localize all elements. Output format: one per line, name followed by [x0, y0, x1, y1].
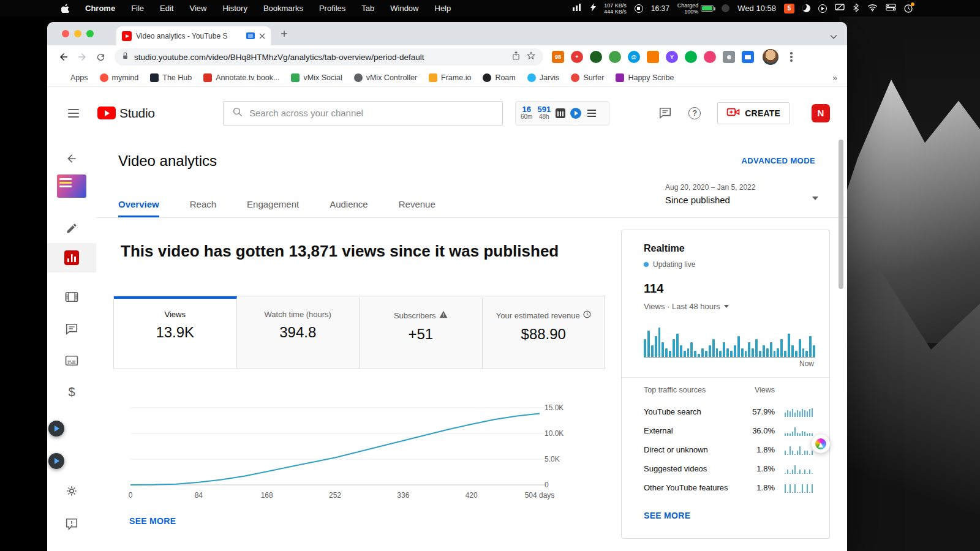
menu-app-name[interactable]: Chrome [85, 4, 115, 13]
istat-menus-icon[interactable] [573, 4, 582, 13]
puzzle-extension-icon[interactable] [723, 51, 735, 63]
bookmark-annotate-tv-book[interactable]: Annotate.tv book... [203, 73, 279, 82]
advanced-mode-link[interactable]: ADVANCED MODE [741, 156, 815, 165]
bookmark-the-hub[interactable]: The Hub [150, 73, 192, 82]
search-input[interactable] [249, 108, 494, 118]
screen-tool-button-2[interactable] [48, 453, 64, 469]
vidiq-stats-widget[interactable]: 16 60m 591 48h [515, 101, 609, 126]
play-status-icon[interactable] [818, 4, 827, 13]
y-tool-extension-icon[interactable]: Y [666, 51, 678, 63]
menu-edit[interactable]: Edit [160, 4, 173, 13]
page-scrollbar[interactable] [839, 140, 843, 289]
date-range-picker[interactable]: Aug 20, 2020 – Jan 5, 2022 Since publish… [665, 183, 822, 205]
see-more-link[interactable]: SEE MORE [129, 516, 176, 526]
close-tab-icon[interactable] [259, 31, 265, 42]
create-button[interactable]: CREATE [717, 102, 790, 124]
bookmark-jarvis[interactable]: Jarvis [527, 73, 560, 82]
realtime-see-more-link[interactable]: SEE MORE [644, 511, 690, 520]
sidebar-item-analytics[interactable] [47, 250, 96, 265]
apple-menu-icon[interactable] [61, 4, 69, 13]
realtime-views-label[interactable]: Views · Last 48 hours [644, 302, 729, 311]
menu-window[interactable]: Window [390, 4, 418, 13]
traffic-source-external[interactable]: External36.0% [644, 421, 814, 440]
sidebar-item-comments[interactable] [47, 323, 96, 336]
tab-search-chevron-icon[interactable] [830, 31, 837, 42]
pink-dot-extension-icon[interactable] [704, 51, 716, 63]
display-mirroring-icon[interactable] [835, 4, 845, 13]
widget-menu-icon[interactable] [586, 108, 597, 118]
zoom-window-button[interactable] [86, 30, 94, 37]
menu-help[interactable]: Help [435, 4, 451, 13]
bookmark-mymind[interactable]: mymind [100, 73, 139, 82]
sidebar-item-feedback[interactable] [47, 517, 96, 531]
sidebar-item-subtitles[interactable] [47, 355, 96, 366]
menu-history[interactable]: History [222, 4, 247, 13]
traffic-source-youtube-search[interactable]: YouTube search57.9% [644, 402, 814, 421]
red-plus-extension-icon[interactable]: + [571, 51, 583, 63]
metric-card-watch-time-hours[interactable]: Watch time (hours)394.8 [237, 296, 360, 369]
lightning-icon[interactable] [590, 3, 596, 13]
minimize-window-button[interactable] [74, 30, 81, 37]
sidebar-back-button[interactable] [47, 152, 96, 165]
reload-button[interactable] [91, 48, 110, 66]
browser-menu-icon[interactable] [788, 50, 795, 64]
time-machine-icon[interactable] [904, 4, 913, 13]
battery-status[interactable]: Charged 100% [677, 2, 714, 15]
channel-search-box[interactable] [223, 101, 503, 126]
address-bar[interactable]: studio.youtube.com/video/BHq8HTMhzVg/ana… [115, 48, 543, 66]
new-tab-button[interactable] [278, 28, 290, 40]
metric-card-your-estimated-revenue[interactable]: Your estimated revenue$88.90 [483, 296, 605, 369]
traffic-source-direct-or-unknown[interactable]: Direct or unknown1.8% [644, 440, 814, 459]
traffic-source-suggested-videos[interactable]: Suggested videos1.8% [644, 459, 814, 478]
metric-card-subscribers[interactable]: Subscribers+51 [360, 296, 483, 369]
menu-tab[interactable]: Tab [361, 4, 374, 13]
evernote-extension-icon[interactable] [590, 51, 602, 63]
sidebar-item-details[interactable] [47, 222, 96, 234]
menu-file[interactable]: File [131, 4, 144, 13]
channel-avatar[interactable]: N [812, 104, 830, 122]
feedback-comment-icon[interactable] [657, 105, 673, 121]
orange-notes-extension-icon[interactable]: 98 [552, 51, 564, 63]
screen-tool-button-1[interactable] [48, 421, 64, 437]
control-center-icon[interactable] [886, 4, 896, 13]
tab-revenue[interactable]: Revenue [399, 190, 435, 217]
menubar-clock[interactable]: Wed 10:58 [737, 4, 776, 13]
wifi-icon[interactable] [867, 4, 878, 13]
back-button[interactable] [55, 48, 73, 66]
bookmark-happy-scribe[interactable]: Happy Scribe [616, 73, 674, 82]
screen-record-stop-icon[interactable] [635, 4, 643, 13]
bookmark-surfer[interactable]: Surfer [571, 73, 604, 82]
sidebar-item-editor[interactable] [47, 291, 96, 303]
hamburger-menu-icon[interactable] [66, 107, 81, 120]
focus-moon-icon[interactable] [802, 4, 810, 12]
close-window-button[interactable] [62, 30, 69, 37]
green-clip-extension-icon[interactable] [609, 51, 621, 63]
help-icon[interactable]: ? [687, 105, 703, 121]
bookmark-star-icon[interactable] [526, 51, 536, 63]
green-play-extension-icon[interactable] [685, 51, 697, 63]
orange-grid-extension-icon[interactable] [647, 51, 659, 63]
share-icon[interactable] [511, 51, 521, 63]
menu-profiles[interactable]: Profiles [319, 4, 345, 13]
bookmarks-overflow-chevron[interactable]: » [832, 73, 837, 83]
line-chart-svg[interactable] [130, 398, 559, 490]
sidebar-item-monetization[interactable]: $ [47, 385, 96, 399]
bookmark-vmix-controller[interactable]: vMix Controller [354, 73, 417, 82]
menu-bookmarks[interactable]: Bookmarks [263, 4, 303, 13]
bluetooth-icon[interactable] [853, 3, 859, 14]
notification-badge[interactable]: 5 [784, 4, 794, 13]
video-thumbnail[interactable] [47, 174, 96, 198]
menu-view[interactable]: View [189, 4, 206, 13]
browser-tab[interactable]: Video analytics - YouTube S [116, 26, 271, 45]
sidebar-item-settings[interactable] [47, 484, 96, 498]
blue-at-extension-icon[interactable]: @ [628, 51, 640, 63]
clickup-widget-button[interactable] [812, 435, 830, 453]
bookmark-roam[interactable]: Roam [483, 73, 515, 82]
bookmark-apps[interactable]: Apps [58, 73, 88, 82]
cast-extension-icon[interactable] [742, 51, 754, 63]
bookmark-frame-io[interactable]: Frame.io [429, 73, 471, 82]
studio-logo[interactable]: Studio [97, 106, 166, 121]
network-speed[interactable]: 107 KB/s 444 KB/s [604, 2, 627, 15]
tab-audience[interactable]: Audience [330, 190, 368, 217]
metric-card-views[interactable]: Views13.9K [114, 296, 237, 369]
